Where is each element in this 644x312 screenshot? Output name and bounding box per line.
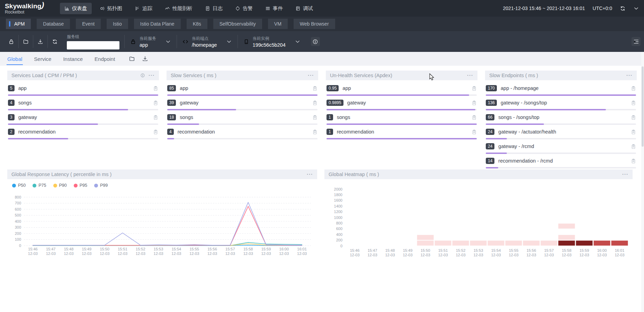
timezone-selector[interactable]: UTC+0:0 — [593, 6, 612, 11]
lock-template-button[interactable] — [4, 35, 18, 48]
metric-row[interactable]: 3gateway — [8, 113, 158, 125]
heatmap-cell — [488, 241, 504, 246]
card-menu-button[interactable]: ··· — [622, 173, 628, 176]
copy-clipboard-icon[interactable] — [312, 129, 317, 135]
info-button[interactable] — [311, 37, 320, 46]
legend-item-p90[interactable]: P90 — [53, 183, 67, 188]
time-options-toggle[interactable] — [633, 6, 639, 11]
metric-row[interactable]: 39gateway — [167, 99, 317, 110]
current-instance-select[interactable]: 当前实例 199c56c5b204 — [238, 36, 306, 48]
page-scrollbar-thumb[interactable] — [642, 66, 644, 147]
copy-clipboard-icon[interactable] — [153, 114, 158, 120]
copy-clipboard-icon[interactable] — [153, 129, 158, 135]
scope-tab-endpoint[interactable]: Endpoint — [95, 52, 115, 66]
import-dashboard-button[interactable] — [129, 56, 135, 62]
refresh-button[interactable] — [620, 6, 626, 11]
dashboard-tab-apm[interactable]: APM — [6, 19, 31, 29]
metric-row[interactable]: 1songs — [327, 113, 477, 125]
card-body: 170app - /homepage136gateway - /songs/to… — [485, 80, 637, 169]
metric-value-badge: 24 — [486, 143, 494, 149]
copy-clipboard-icon[interactable] — [631, 114, 636, 120]
dashboard-tab-istio-data-plane[interactable]: Istio Data Plane — [134, 19, 181, 29]
metric-value-badge: 3 — [8, 114, 15, 120]
metric-name: app — [180, 85, 310, 91]
metric-value-badge: 2 — [8, 129, 15, 135]
service-group-input[interactable] — [67, 41, 119, 49]
nav-item-dashboard[interactable]: 仪表盘 — [60, 3, 92, 14]
time-range-picker[interactable]: 2021-12-03 15:46 ~ 2021-12-03 16:01 — [503, 6, 585, 11]
card-menu-button[interactable]: ··· — [307, 173, 313, 176]
metric-bar-fill — [327, 94, 469, 96]
copy-clipboard-icon[interactable] — [153, 85, 158, 91]
legend-item-p99[interactable]: P99 — [94, 183, 108, 188]
card-menu-button[interactable]: ··· — [149, 74, 155, 77]
export-template-button[interactable] — [33, 35, 47, 48]
dashboard-tab-event[interactable]: Event — [76, 19, 101, 29]
current-service-select[interactable]: 当前服务 app — [125, 36, 177, 48]
nav-item-event[interactable]: 事件 — [261, 3, 287, 14]
scope-tab-instance[interactable]: Instance — [63, 52, 83, 66]
legend-item-p95[interactable]: P95 — [74, 183, 87, 188]
current-endpoint-select[interactable]: 当前端点 /homepage — [177, 36, 238, 48]
metric-row[interactable]: 18songs — [167, 113, 317, 125]
nav-item-profile[interactable]: 性能剖析 — [160, 3, 197, 14]
nav-item-label: 性能剖析 — [172, 5, 193, 12]
legend-item-p50[interactable]: P50 — [12, 183, 26, 188]
metric-row[interactable]: 5app — [8, 84, 158, 96]
nav-item-debug[interactable]: 调试 — [291, 3, 317, 14]
nav-item-topology[interactable]: 拓扑图 — [95, 3, 127, 14]
dashboard-tab-selfobservability[interactable]: SelfObservability — [213, 19, 262, 29]
heatmap-cell — [558, 235, 575, 240]
scope-tab-service[interactable]: Service — [34, 52, 51, 66]
dashboard-tab-istio[interactable]: Istio — [107, 19, 128, 29]
copy-clipboard-icon[interactable] — [472, 100, 477, 106]
legend-item-p75[interactable]: P75 — [33, 183, 46, 188]
dashboard-tab-database[interactable]: Database — [37, 19, 70, 29]
import-template-button[interactable] — [19, 35, 33, 48]
metric-row[interactable]: 0.9895gateway — [327, 99, 477, 110]
copy-clipboard-icon[interactable] — [472, 129, 477, 135]
nav-item-trace[interactable]: 追踪 — [130, 3, 157, 14]
copy-clipboard-icon[interactable] — [472, 114, 477, 120]
dashboard-tab-web-browser[interactable]: Web Browser — [294, 19, 335, 29]
card-menu-button[interactable]: ··· — [626, 74, 633, 77]
copy-clipboard-icon[interactable] — [631, 158, 636, 164]
dashboard-tab-k8s[interactable]: K8s — [187, 19, 207, 29]
metric-row[interactable]: 2recommendation — [8, 128, 158, 139]
metric-row[interactable]: 85app — [167, 84, 317, 96]
metric-row[interactable]: 24gateway - /actuator/health — [486, 128, 636, 139]
copy-clipboard-icon[interactable] — [153, 100, 158, 106]
reload-button[interactable] — [48, 35, 62, 48]
metric-row[interactable]: 4songs — [8, 99, 158, 110]
metric-row[interactable]: 4recommendation — [167, 128, 317, 139]
copy-clipboard-icon[interactable] — [312, 114, 317, 120]
metric-name: songs - /songs/top — [498, 114, 628, 120]
card-title: Global Heatmap ( ms ) — [329, 172, 379, 177]
copy-clipboard-icon[interactable] — [312, 85, 317, 91]
scope-tab-global[interactable]: Global — [7, 52, 22, 66]
export-dashboard-button[interactable] — [142, 56, 148, 62]
copy-clipboard-icon[interactable] — [631, 129, 636, 135]
copy-clipboard-icon[interactable] — [631, 144, 636, 149]
info-icon[interactable] — [140, 73, 145, 78]
metric-value-badge: 170 — [486, 85, 497, 91]
dashboard-tab-vm[interactable]: VM — [268, 19, 288, 29]
card-menu-button[interactable]: ··· — [467, 74, 473, 77]
copy-clipboard-icon[interactable] — [631, 100, 636, 106]
metric-row[interactable]: 136gateway - /songs/top — [486, 99, 636, 110]
metric-row[interactable]: 66songs - /songs/top — [486, 113, 636, 125]
copy-clipboard-icon[interactable] — [472, 85, 477, 91]
profile-icon — [165, 6, 170, 11]
sidebar-unfold-button[interactable] — [632, 37, 641, 46]
copy-clipboard-icon[interactable] — [312, 100, 317, 106]
metric-row[interactable]: 170app - /homepage — [486, 84, 636, 96]
metric-row[interactable]: 1recommendation — [327, 128, 477, 139]
nav-item-log[interactable]: 日志 — [200, 3, 227, 14]
metric-row[interactable]: 0.95app — [327, 84, 477, 96]
nav-item-alarm[interactable]: 告警 — [231, 3, 257, 14]
metric-row[interactable]: 14recommendation - /rcmd — [486, 157, 636, 168]
card-menu-button[interactable]: ··· — [308, 74, 314, 77]
svg-text:15:5912-03: 15:5912-03 — [261, 247, 271, 256]
metric-row[interactable]: 24gateway - /rcmd — [486, 143, 636, 154]
copy-clipboard-icon[interactable] — [631, 85, 636, 91]
